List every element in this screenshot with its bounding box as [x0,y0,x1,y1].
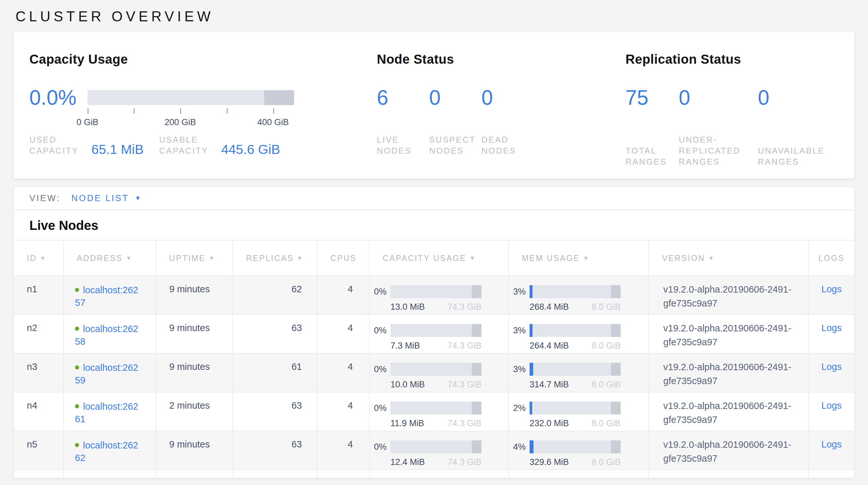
view-selector-bar: VIEW: NODE LIST [14,187,854,210]
logs-link[interactable]: Logs [822,400,842,411]
node-logs-cell: Logs [809,353,854,392]
chevron-down-icon [135,195,143,202]
logs-link[interactable]: Logs [822,284,842,294]
node-version: v19.2.0-alpha.20190606-2491-gfe735c9a97 [663,399,799,427]
capacity-total-value: 74.3 GiB [447,419,482,428]
unavailable-ranges-count: 0 [758,82,770,113]
mem-usage-bar [530,440,621,453]
column-header-mem-usage[interactable]: MEM USAGE [508,240,649,276]
column-header-replicas[interactable]: REPLICAS [233,240,317,276]
live-nodes-table: ID ADDRESS UPTIME REPLICAS CPUS CAPACITY… [14,240,854,478]
total-ranges-count: 75 [625,82,679,113]
node-address-link[interactable]: localhost:26258 [75,324,138,347]
sort-desc-icon [583,255,590,261]
node-status-title: Node Status [377,52,625,66]
live-status-icon [75,288,79,292]
node-cpus-cell: 4 [317,392,369,431]
capacity-usage-bar [391,285,482,298]
node-address-cell: localhost:26261 [64,392,156,431]
node-logs-cell: Logs [809,392,854,431]
live-nodes-title: Live Nodes [29,217,854,234]
node-replicas-cell: 63 [233,431,317,470]
node-version-cell: v19.2.0-alpha.20190606-2491-gfe735c9a97 [649,353,809,392]
capacity-percent: 0% [370,364,386,374]
view-dropdown-value: NODE LIST [71,193,129,203]
node-id-cell: n4 [14,392,64,431]
logs-link[interactable]: Logs [822,323,842,333]
suspect-nodes-count: 0 [429,82,482,113]
node-logs-cell: Logs [809,276,854,315]
node-uptime-cell: 2 minutes [156,392,233,431]
view-dropdown[interactable]: NODE LIST [71,193,142,203]
mem-bar-reserved-segment [611,324,621,337]
usable-capacity-label: USABLE CAPACITY [159,135,217,156]
column-header-address[interactable]: ADDRESS [64,240,156,276]
capacity-used-value: 12.4 MiB [391,457,425,467]
node-mem-usage-cell: 3% 268.4 MiB 8.0 GiB [508,276,649,315]
mem-used-value: 314.7 MiB [530,379,569,390]
mem-percent: 3% [509,364,526,374]
node-id-cell: n3 [14,353,64,392]
node-capacity-usage-cell: 0% 11.9 MiB 74.3 GiB [369,392,508,431]
table-row: n3 localhost:26259 9 minutes 61 4 0% 10.… [14,353,854,392]
replication-status-section: Replication Status 75 0 0 TOTAL RANGES U… [625,52,839,178]
node-address-link[interactable]: localhost:26257 [75,285,138,308]
column-header-capacity-usage[interactable]: CAPACITY USAGE [369,240,508,276]
view-label: VIEW: [29,193,60,203]
node-address-link[interactable]: localhost:26261 [75,401,138,424]
node-address-cell: localhost:26262 [64,431,156,470]
capacity-used-value: 7.3 MiB [391,341,420,351]
axis-tick [180,108,181,114]
node-replicas-cell: 62 [233,276,317,315]
node-address-link[interactable]: localhost:26259 [75,363,138,386]
column-header-uptime[interactable]: UPTIME [156,240,233,276]
node-mem-usage-cell: 3% 264.4 MiB 8.0 GiB [508,315,649,353]
capacity-percent: 0% [370,442,386,452]
mem-total-value: 8.0 GiB [592,341,621,351]
table-row: n5 localhost:26262 9 minutes 63 4 0% 12.… [14,431,854,470]
node-id-cell: n5 [14,431,64,470]
capacity-usage-bar: 0 GiB 200 GiB 400 GiB [88,90,294,105]
node-version-cell: v19.2.0-alpha.20190606-2491-gfe735c9a97 [649,392,809,431]
mem-bar-fill [530,285,532,298]
mem-bar-fill [530,324,532,337]
capacity-bar-reserved-segment [472,363,482,376]
node-capacity-usage-cell: 0% 12.4 MiB 74.3 GiB [369,431,508,470]
table-header-row: ID ADDRESS UPTIME REPLICAS CPUS CAPACITY… [14,240,854,276]
mem-percent: 2% [509,403,526,413]
live-nodes-count: 6 [377,82,429,113]
node-id-cell: n2 [14,315,64,353]
suspect-nodes-label: SUSPECT NODES [429,135,482,156]
mem-usage-bar [530,363,621,376]
total-ranges-label: TOTAL RANGES [625,145,679,168]
axis-tick [273,108,274,114]
column-header-logs: LOGS [809,240,854,276]
axis-tick [134,108,135,114]
node-status-section: Node Status 6 0 0 LIVE NODES SUSPECT NOD… [377,52,625,178]
node-logs-cell: Logs [809,315,854,353]
node-capacity-usage-cell: 0% 10.0 MiB 74.3 GiB [369,353,508,392]
node-version: v19.2.0-alpha.20190606-2491-gfe735c9a97 [663,283,799,310]
mem-used-value: 264.4 MiB [530,341,569,351]
node-cpus-cell: 4 [317,276,369,315]
cluster-summary-card: Capacity Usage 0.0% 0 GiB 200 GiB 400 Gi… [13,32,855,179]
mem-bar-fill [530,440,533,453]
mem-usage-bar [530,285,621,298]
mem-bar-reserved-segment [611,440,621,453]
capacity-bar-reserved-segment [472,285,482,298]
mem-percent: 3% [509,325,526,336]
column-header-id[interactable]: ID [14,240,64,276]
capacity-percent: 0% [370,403,386,413]
column-header-version[interactable]: VERSION [649,240,809,276]
capacity-bar-reserved-segment [472,402,482,415]
node-replicas-cell: 63 [233,315,317,353]
node-address-link[interactable]: localhost:26262 [75,440,138,463]
logs-link[interactable]: Logs [822,439,842,450]
node-mem-usage-cell: 4% 329.6 MiB 8.0 GiB [508,431,649,470]
column-header-cpus[interactable]: CPUS [317,240,369,276]
logs-link[interactable]: Logs [822,362,842,372]
node-cpus-cell: 4 [317,315,369,353]
node-version-cell: v19.2.0-alpha.20190606-2491-gfe735c9a97 [649,276,809,315]
capacity-used-value: 13.0 MiB [391,302,425,312]
capacity-used-value: 10.0 MiB [391,379,425,390]
